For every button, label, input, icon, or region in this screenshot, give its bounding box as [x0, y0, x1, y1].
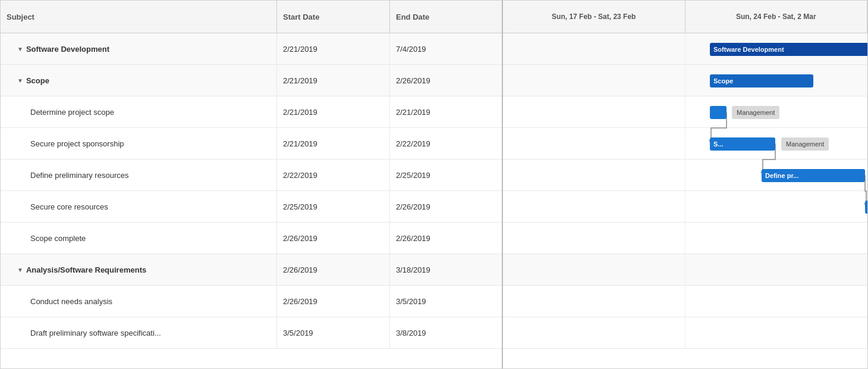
- gantt-row: [503, 286, 867, 317]
- cell-start: 2/22/2019: [277, 160, 390, 190]
- gantt-row: [503, 254, 867, 286]
- gantt-header: Sun, 17 Feb - Sat, 23 FebSun, 24 Feb - S…: [503, 1, 867, 33]
- cell-subject: Conduct needs analysis: [1, 286, 277, 317]
- col-header-subject: Subject: [1, 1, 277, 33]
- cell-end: 2/26/2019: [390, 65, 502, 96]
- cell-start: 2/21/2019: [277, 96, 390, 127]
- cell-start: 2/21/2019: [277, 65, 390, 96]
- gantt-panel: Sun, 17 Feb - Sat, 23 FebSun, 24 Feb - S…: [503, 1, 867, 368]
- cell-end: 2/21/2019: [390, 96, 502, 127]
- cell-subject: Define preliminary resources: [1, 160, 277, 190]
- cell-start: 2/21/2019: [277, 128, 390, 159]
- cell-start: 2/26/2019: [277, 254, 390, 285]
- gantt-row: [503, 160, 867, 191]
- table-row: Conduct needs analysis 2/26/2019 3/5/201…: [1, 286, 502, 317]
- cell-start: 2/25/2019: [277, 191, 390, 222]
- gantt-week-header: Sun, 24 Feb - Sat, 2 Mar: [685, 1, 868, 33]
- table-row: ▼Software Development 2/21/2019 7/4/2019: [1, 33, 502, 65]
- cell-end: 2/22/2019: [390, 128, 502, 159]
- cell-start: 2/26/2019: [277, 223, 390, 254]
- cell-subject: Draft preliminary software specificati..…: [1, 317, 277, 348]
- cell-end: 7/4/2019: [390, 33, 502, 64]
- table-row: Scope complete 2/26/2019 2/26/2019: [1, 223, 502, 254]
- gantt-container: Subject Start Date End Date ▼Software De…: [0, 0, 868, 369]
- gantt-row: [503, 128, 867, 160]
- cell-subject: Determine project scope: [1, 96, 277, 127]
- gantt-week-header: Sun, 17 Feb - Sat, 23 Feb: [503, 1, 685, 33]
- cell-end: 2/26/2019: [390, 223, 502, 254]
- table-row: ▼Scope 2/21/2019 2/26/2019: [1, 65, 502, 96]
- cell-end: 2/26/2019: [390, 191, 502, 222]
- collapse-icon[interactable]: ▼: [17, 46, 23, 52]
- gantt-row: [503, 191, 867, 223]
- cell-subject: Secure core resources: [1, 191, 277, 222]
- cell-subject: ▼Software Development: [1, 33, 277, 64]
- cell-end: 3/5/2019: [390, 286, 502, 317]
- table-body: ▼Software Development 2/21/2019 7/4/2019…: [1, 33, 502, 368]
- gantt-row: [503, 223, 867, 254]
- collapse-icon[interactable]: ▼: [17, 77, 23, 84]
- table-row: Draft preliminary software specificati..…: [1, 317, 502, 349]
- col-header-start: Start Date: [277, 1, 390, 33]
- cell-subject: Scope complete: [1, 223, 277, 254]
- cell-end: 2/25/2019: [390, 160, 502, 190]
- cell-subject: Secure project sponsorship: [1, 128, 277, 159]
- cell-end: 3/8/2019: [390, 317, 502, 348]
- gantt-row: [503, 317, 867, 349]
- gantt-row: [503, 65, 867, 96]
- gantt-body: Software DevelopmentScopeManagementS...M…: [503, 33, 867, 368]
- cell-start: 2/26/2019: [277, 286, 390, 317]
- collapse-icon[interactable]: ▼: [17, 267, 23, 273]
- table-row: Secure core resources 2/25/2019 2/26/201…: [1, 191, 502, 223]
- gantt-row: [503, 33, 867, 65]
- table-row: Secure project sponsorship 2/21/2019 2/2…: [1, 128, 502, 160]
- cell-subject: ▼Scope: [1, 65, 277, 96]
- table-panel: Subject Start Date End Date ▼Software De…: [1, 1, 503, 368]
- gantt-weeks: Sun, 17 Feb - Sat, 23 FebSun, 24 Feb - S…: [503, 1, 867, 33]
- gantt-row: [503, 96, 867, 128]
- cell-start: 3/5/2019: [277, 317, 390, 348]
- col-header-end: End Date: [390, 1, 503, 33]
- cell-end: 3/18/2019: [390, 254, 502, 285]
- table-header: Subject Start Date End Date: [1, 1, 502, 33]
- table-row: ▼Analysis/Software Requirements 2/26/201…: [1, 254, 502, 286]
- table-row: Define preliminary resources 2/22/2019 2…: [1, 160, 502, 191]
- table-row: Determine project scope 2/21/2019 2/21/2…: [1, 96, 502, 128]
- cell-start: 2/21/2019: [277, 33, 390, 64]
- cell-subject: ▼Analysis/Software Requirements: [1, 254, 277, 285]
